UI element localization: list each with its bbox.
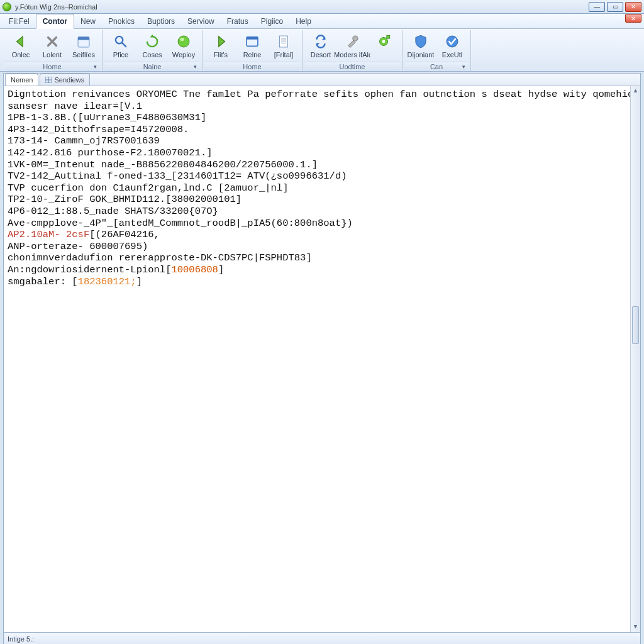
ribbon-btn-label: Moders ifAlonsteo	[334, 52, 370, 59]
ribbon-btn-exeutl[interactable]: ExeUtl	[436, 31, 468, 59]
calendar-blue-icon	[75, 33, 92, 50]
menu-new[interactable]: New	[74, 14, 102, 28]
content-line: Ave-cmpplove-_4P"_[antedM_Commnot_roodB|…	[8, 218, 636, 230]
content-line: TVP cucerfion don C1aunf2rgan,lnd.C [2am…	[8, 182, 636, 194]
arrow-right-green-icon	[212, 33, 230, 50]
tools-gray-icon	[343, 33, 361, 50]
magnifier-blue-icon	[112, 33, 130, 50]
close-button[interactable]: ✕	[625, 2, 641, 12]
menu-serviow[interactable]: Serviow	[181, 14, 221, 28]
svg-point-16	[447, 36, 458, 47]
scroll-up-arrow[interactable]: ▲	[631, 86, 640, 96]
arrow-left-green-icon	[12, 33, 30, 50]
scroll-track[interactable]	[631, 96, 640, 622]
content-line: sansesr nave ilear=[V.1	[8, 101, 636, 113]
content-line: 4P3-142_Ditthofrsape=I45720008.	[8, 124, 636, 136]
ribbon-btn-label: Pfice	[113, 52, 128, 59]
svg-rect-8	[280, 36, 288, 47]
doc-tab-label: Sendiews	[54, 76, 84, 84]
ribbon-btn-desort[interactable]: Desort	[305, 31, 336, 59]
ribbon-btn--frital-[interactable]: [Frital]	[268, 31, 299, 59]
ribbon-group-4: DijoniantExeUtlCan▾	[402, 30, 471, 71]
ribbon-btn-label: [Frital]	[274, 52, 294, 59]
text-segment: Ave-cmpplove-_4P"_[antedM_Commnot_roodB|…	[8, 218, 353, 229]
menu-pnokics[interactable]: Pnokics	[102, 14, 141, 28]
text-segment: 1VK-0M=_Intenut nade_-B8856220804846200/…	[8, 159, 318, 170]
minimize-button[interactable]: —	[589, 2, 605, 12]
ribbon-btn-onlec[interactable]: Onlec	[5, 31, 36, 59]
doc-tab-sendiews[interactable]: Sendiews	[40, 74, 90, 86]
menu-help[interactable]: Help	[289, 14, 318, 28]
ribbon-group-3: DesortModers ifAlonsteoUodtime	[303, 30, 402, 71]
text-segment: [(26AF04216,	[89, 229, 160, 240]
menu-buptiors[interactable]: Buptiors	[141, 14, 181, 28]
ribbon-btn-label: Flit's	[214, 52, 228, 59]
content-line: TV2-142_Auttinal f-oned-133_[2314601T12=…	[8, 170, 636, 182]
chevron-down-icon[interactable]: ▾	[94, 64, 97, 70]
text-segment: 4P3-142_Ditthofrsape=I45720008.	[8, 124, 189, 135]
document-tab-row: NemenSendiews	[4, 74, 640, 86]
document-content[interactable]: Digntotion renivances ORYOMEC Tne famlet…	[4, 86, 640, 632]
menu-contor[interactable]: Contor	[36, 14, 74, 29]
text-segment: ]	[218, 264, 224, 275]
document-close-button[interactable]: ✕	[625, 14, 641, 23]
content-line: 1PB-1-3.8B.([uUrrane3_F4880630M31]	[8, 112, 636, 124]
ribbon-btn-pfice[interactable]: Pfice	[105, 31, 136, 59]
text-segment: An:ngdowriosidernent-Lpionl[	[8, 264, 171, 275]
menu-bar: Fil:FelContorNewPnokicsBuptiorsServiowFr…	[0, 14, 644, 29]
ribbon-btn-label: Onlec	[12, 52, 30, 59]
x-gray-icon	[43, 33, 61, 50]
text-segment: AP2.10aM- 2csF	[8, 229, 89, 240]
window-blue-icon	[243, 33, 261, 50]
ribbon-btn-seifl-es[interactable]: Seiflíes	[68, 31, 99, 59]
svg-point-12	[353, 36, 358, 41]
ribbon-group-2: Flit'sRelne[Frital]Home	[203, 30, 303, 71]
svg-line-3	[122, 43, 126, 47]
ribbon-group-0: OnlecLolentSeiflíesHome▾	[3, 30, 103, 71]
ribbon-btn-flit-s[interactable]: Flit's	[205, 31, 236, 59]
content-line: TP2-10-_ZiroF GOK_BHMID112.[38002000101]	[8, 194, 636, 206]
scroll-down-arrow[interactable]: ▼	[631, 622, 640, 632]
sync-blue-icon	[312, 33, 330, 50]
ribbon-group-label: Uodtime	[305, 62, 399, 71]
ribbon-btn-wepioy[interactable]: Wepioy	[168, 31, 199, 59]
doc-tab-nemen[interactable]: Nemen	[5, 74, 38, 86]
ribbon-btn-lolent[interactable]: Lolent	[36, 31, 68, 59]
text-segment: TVP cucerfion don C1aunf2rgan,lnd.C [2am…	[8, 182, 288, 194]
ribbon-btn-gear-green[interactable]	[368, 31, 399, 52]
window-titlebar: y.Fótun Wig 2ns–Romichal — ▭ ✕	[0, 0, 644, 14]
vertical-scrollbar[interactable]: ▲ ▼	[630, 86, 640, 632]
content-line: 1VK-0M=_Intenut nade_-B8856220804846200/…	[8, 159, 636, 171]
ribbon-group-label: Can▾	[405, 62, 468, 71]
scroll-thumb[interactable]	[632, 306, 639, 344]
menu-fil-fel[interactable]: Fil:Fel	[3, 14, 36, 28]
maximize-button[interactable]: ▭	[607, 2, 623, 12]
ribbon-btn-label: Lolent	[43, 52, 62, 59]
ribbon-group-label: Home	[205, 62, 299, 71]
text-segment: Digntotion renivances ORYOMEC Tne famlet…	[8, 89, 640, 100]
text-segment: 182360121;	[78, 276, 136, 287]
ribbon-btn-moders-ifalonsteo[interactable]: Moders ifAlonsteo	[336, 31, 368, 59]
text-segment: ANP-orteraze- 600007695)	[8, 241, 148, 252]
chevron-down-icon[interactable]: ▾	[194, 64, 197, 70]
text-segment: TP2-10-_ZiroF GOK_BHMID112.[38002000101]	[8, 194, 242, 205]
ribbon-btn-relne[interactable]: Relne	[236, 31, 268, 59]
ribbon-btn-label: Desort	[311, 52, 331, 59]
sphere-green-icon	[175, 33, 192, 50]
text-segment: TV2-142_Auttinal f-oned-133_[2314601T12=…	[8, 170, 347, 182]
chevron-down-icon[interactable]: ▾	[462, 64, 465, 70]
content-line: Digntotion renivances ORYOMEC Tne famlet…	[8, 89, 636, 101]
ribbon-btn-label: Coses	[142, 52, 162, 59]
ribbon-btn-label: Seiflíes	[72, 52, 95, 59]
text-segment: 10006808	[171, 264, 218, 275]
ribbon-btn-dijoniant[interactable]: Dijoniant	[405, 31, 436, 59]
content-line: AP2.10aM- 2csF[(26AF04216,	[8, 229, 636, 241]
svg-rect-15	[387, 35, 390, 38]
ribbon-btn-coses[interactable]: Coses	[136, 31, 168, 59]
svg-rect-1	[78, 37, 89, 40]
svg-rect-7	[247, 37, 258, 40]
svg-point-14	[382, 40, 386, 43]
menu-pigiico[interactable]: Pigiico	[255, 14, 289, 28]
menu-fratus[interactable]: Fratus	[221, 14, 255, 28]
text-segment: 4P6-012_1:88.5_nade SHATS/33200{07O}	[8, 206, 218, 217]
